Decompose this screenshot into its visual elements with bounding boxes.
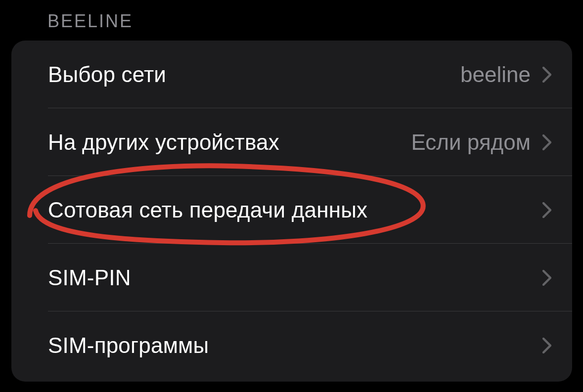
row-label-network-selection: Выбор сети <box>48 62 460 87</box>
chevron-right-icon <box>542 338 551 353</box>
row-label-sim-pin: SIM-PIN <box>48 265 542 290</box>
row-other-devices[interactable]: На других устройствах Если рядом <box>11 108 572 176</box>
row-sim-applications[interactable]: SIM-программы <box>11 311 572 379</box>
row-network-selection[interactable]: Выбор сети beeline <box>11 41 572 108</box>
row-value-network-selection: beeline <box>460 62 531 87</box>
row-label-sim-applications: SIM-программы <box>48 333 542 358</box>
row-value-other-devices: Если рядом <box>411 130 531 155</box>
row-label-other-devices: На других устройствах <box>48 130 411 155</box>
row-cellular-data-network[interactable]: Сотовая сеть передачи данных <box>11 176 572 244</box>
chevron-right-icon <box>542 270 551 286</box>
chevron-right-icon <box>542 134 551 150</box>
settings-list: Выбор сети beeline На других устройствах… <box>11 41 572 382</box>
row-label-cellular-data-network: Сотовая сеть передачи данных <box>48 198 542 222</box>
chevron-right-icon <box>542 67 551 83</box>
chevron-right-icon <box>542 202 551 218</box>
section-header-beeline: BEELINE <box>47 11 133 32</box>
settings-carrier-page: BEELINE Выбор сети beeline На других уст… <box>0 0 583 392</box>
row-sim-pin[interactable]: SIM-PIN <box>11 244 572 311</box>
